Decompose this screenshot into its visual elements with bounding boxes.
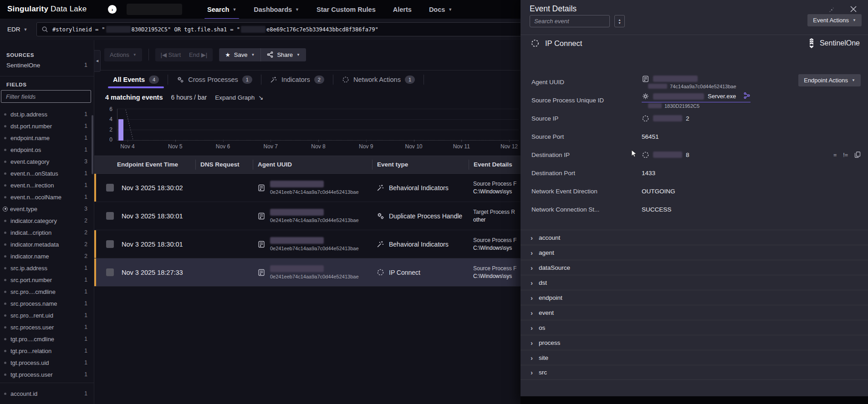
collapsible-section[interactable]: › src — [521, 365, 868, 380]
field-label: Destination Port — [531, 170, 575, 177]
field-list-item[interactable]: endpoint.os 1 — [0, 144, 94, 156]
collapsible-section[interactable]: › event — [521, 305, 868, 320]
field-list-item[interactable]: dst.ip.address 1 — [0, 108, 94, 120]
copy-icon[interactable] — [854, 152, 861, 158]
field-list-item[interactable]: dst.port.number 1 — [0, 120, 94, 132]
collapsible-section[interactable]: › os — [521, 320, 868, 335]
x-tick-label: Nov 9 — [356, 143, 377, 150]
stepper-up-icon[interactable]: ▲ — [618, 18, 621, 21]
event-field-row[interactable]: Agent UUID 74c14aa9a7c0d44e52413bae — [521, 73, 868, 91]
source-item-sentinelone[interactable]: SentinelOne 1 — [0, 62, 94, 69]
pin-icon[interactable] — [827, 5, 835, 15]
field-list-item[interactable]: tgt.pro....cmdline 1 — [0, 333, 94, 345]
skip-start-button[interactable]: |◀ Start — [161, 51, 181, 58]
field-list-item[interactable]: event.n...ocolName 1 — [0, 191, 94, 203]
scope-selector[interactable]: EDR ▼ — [0, 26, 36, 33]
collapsible-section[interactable]: › dataSource — [521, 260, 868, 275]
result-tab[interactable]: All Events 4 — [104, 71, 168, 88]
row-checkbox[interactable] — [106, 184, 114, 192]
nav-item[interactable]: Dashboards ▼ — [254, 0, 299, 19]
nav-item[interactable]: Search ▼ — [207, 0, 236, 19]
field-count: 1 — [84, 135, 87, 141]
field-list-item[interactable]: event.n...irection 1 — [0, 179, 94, 191]
severity-stripe — [94, 230, 96, 258]
field-list-item[interactable]: event.n...onStatus 1 — [0, 167, 94, 179]
event-actions-button[interactable]: Event Actions ▼ — [807, 14, 862, 26]
field-count: 3 — [84, 206, 87, 212]
filter-fields-input[interactable]: Filter fields — [1, 90, 91, 103]
column-header-event-type[interactable]: Event type — [372, 160, 469, 170]
sidebar-collapse-button[interactable]: ◀ — [94, 50, 101, 72]
result-tab[interactable]: Cross Processes 1 — [168, 71, 261, 88]
nav-item[interactable]: Alerts — [393, 0, 412, 19]
events-histogram[interactable]: 6420 — [105, 107, 519, 141]
agent-server-icon — [642, 75, 649, 83]
event-time: Nov 3 2025 18:30:01 — [122, 212, 183, 220]
filter-equals-button[interactable]: = — [833, 152, 837, 158]
column-header-dns[interactable]: DNS Request — [195, 160, 253, 170]
search-result-stepper[interactable]: ▲▼ — [614, 15, 625, 27]
result-tab[interactable]: Network Actions 1 — [333, 71, 424, 88]
field-list-item[interactable]: tgt.process.uid 1 — [0, 357, 94, 369]
field-name: src.ip.address — [10, 265, 82, 272]
actions-button[interactable]: Actions ▼ — [104, 48, 142, 61]
field-list-item[interactable]: src.process.name 1 — [0, 298, 94, 309]
section-label: dataSource — [539, 264, 570, 271]
collapsible-section[interactable]: › site — [521, 350, 868, 365]
scope-circle-arrow-icon[interactable]: › — [108, 5, 117, 14]
collapsible-section[interactable]: › dst — [521, 275, 868, 290]
collapsible-section[interactable]: › process — [521, 335, 868, 350]
field-list-item[interactable]: src.ip.address 1 — [0, 262, 94, 274]
row-checkbox[interactable] — [106, 212, 114, 220]
field-count: 1 — [84, 182, 87, 188]
event-field-row[interactable]: Source Port 56451 — [521, 127, 868, 146]
expand-graph-button[interactable]: Expand Graph ↘ — [215, 94, 263, 101]
search-event-input[interactable]: Search event — [530, 15, 610, 27]
chevron-down-icon: ▼ — [295, 7, 299, 12]
field-list-item[interactable]: tgt.pro...relation 1 — [0, 345, 94, 357]
close-icon[interactable] — [850, 5, 857, 15]
collapsible-section[interactable]: › agent — [521, 245, 868, 260]
sidebar-scrollbar[interactable] — [92, 115, 93, 174]
save-button[interactable]: ★ Save ▼ — [219, 48, 260, 61]
field-list-item[interactable]: src.process.user 1 — [0, 321, 94, 333]
field-list-item[interactable]: indicat...cription 2 — [0, 227, 94, 238]
row-checkbox[interactable] — [106, 240, 114, 248]
star-icon: ★ — [225, 51, 230, 58]
event-field-row[interactable]: Destination Port 1433 — [521, 164, 868, 182]
row-checkbox[interactable] — [106, 268, 114, 276]
result-tab[interactable]: Indicators 2 — [261, 71, 333, 88]
field-list-item[interactable]: tgt.process.user 1 — [0, 369, 94, 380]
field-list-item[interactable]: event.type 3 — [0, 203, 94, 215]
filter-not-equals-button[interactable]: != — [843, 152, 848, 158]
event-field-row[interactable]: Source IP 2 — [521, 109, 868, 127]
field-list-item[interactable]: src.pro...rent.uid 1 — [0, 309, 94, 321]
ip-suffix: 8 — [686, 152, 689, 158]
skip-end-button[interactable]: End ▶| — [189, 51, 207, 58]
share-button[interactable]: Share ▼ — [261, 48, 306, 61]
nav-item[interactable]: Docs ▼ — [429, 0, 452, 19]
app-logo[interactable]: Singularity Data Lake — [7, 5, 87, 14]
field-list-item[interactable]: src.pro....cmdline 1 — [0, 286, 94, 298]
column-header-time[interactable]: Endpoint Event Time — [94, 160, 195, 170]
field-list-item[interactable]: indicator.category 2 — [0, 215, 94, 227]
nav-item[interactable]: Star Custom Rules — [317, 0, 376, 19]
stepper-down-icon[interactable]: ▼ — [618, 21, 621, 25]
field-list-item[interactable]: indicator.name 2 — [0, 250, 94, 262]
section-label: agent — [539, 249, 554, 256]
field-list-item[interactable]: endpoint.name 1 — [0, 132, 94, 144]
field-list-item[interactable]: event.category 3 — [0, 156, 94, 167]
collapsible-section[interactable]: › endpoint — [521, 290, 868, 305]
field-list-item-accountid[interactable]: account.id 1 — [0, 388, 94, 399]
process-tree-icon[interactable] — [743, 92, 751, 101]
left-sidebar: SOURCES SentinelOne 1 FIELDS Filter fiel… — [0, 40, 94, 404]
event-field-row[interactable]: Network Event Direction OUTGOING — [521, 182, 868, 200]
field-list-item[interactable]: src.port.number 1 — [0, 274, 94, 286]
event-field-row[interactable]: Source Process Unique ID Server.exe — [521, 91, 868, 109]
event-field-row[interactable]: Destination IP 8 = != — [521, 146, 868, 164]
event-field-row[interactable]: Network Connection St... SUCCESS — [521, 200, 868, 218]
collapsible-section[interactable]: › account — [521, 230, 868, 245]
column-header-agent-uuid[interactable]: Agent UUID — [253, 160, 372, 170]
field-bullet-icon — [4, 338, 6, 340]
field-list-item[interactable]: indicator.metadata 2 — [0, 238, 94, 250]
